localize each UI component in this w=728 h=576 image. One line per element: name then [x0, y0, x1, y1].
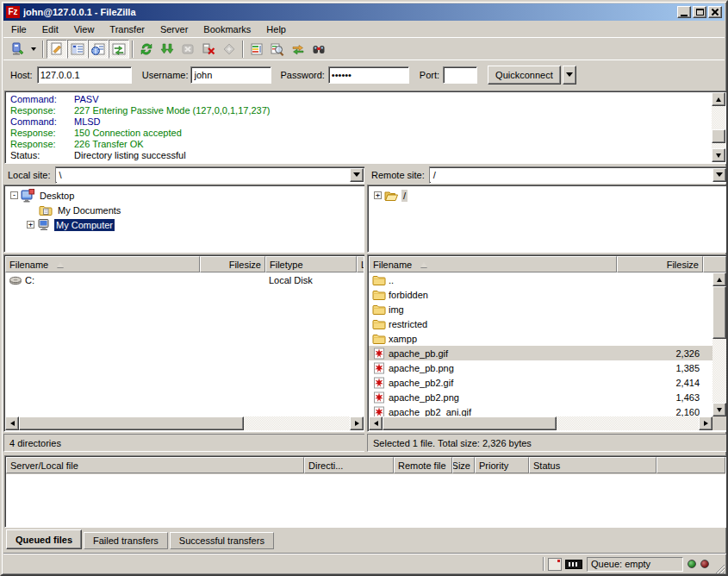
local-site-dropdown-button[interactable] [350, 168, 364, 182]
menu-bookmarks[interactable]: Bookmarks [196, 22, 258, 36]
file-row[interactable]: apache_pb.png1,385 [369, 360, 712, 375]
process-queue-button[interactable] [157, 40, 177, 59]
scroll-right-button[interactable] [350, 416, 364, 430]
local-tree-toggle-button[interactable] [67, 40, 88, 59]
tree-item[interactable]: -Desktop [5, 188, 364, 203]
host-input[interactable] [37, 66, 132, 84]
file-row[interactable]: apache_pb2_ani.gif2,160 [369, 404, 712, 416]
site-manager-dropdown-button[interactable] [28, 40, 40, 59]
log-scrollbar[interactable] [712, 92, 725, 162]
transfer-queue-toggle-button[interactable] [109, 40, 129, 59]
transfer-queue-body[interactable] [6, 474, 725, 526]
column-header-directi[interactable]: Directi... [304, 457, 394, 473]
scroll-left-button[interactable] [5, 416, 19, 430]
remote-list-hscrollbar[interactable] [369, 416, 712, 430]
column-header-filetype[interactable]: Filetype [265, 256, 357, 272]
collapse-icon[interactable]: - [10, 191, 18, 199]
column-header-serverlocalfile[interactable]: Server/Local file [6, 457, 304, 473]
scroll-down-button[interactable] [712, 148, 725, 162]
tree-item[interactable]: +My Computer [5, 217, 364, 232]
quickconnect-button[interactable]: Quickconnect [488, 66, 561, 85]
column-header-status[interactable]: Status [529, 457, 656, 473]
column-header-filename[interactable]: Filename [369, 256, 617, 272]
file-row[interactable]: apache_pb2.gif2,414 [369, 375, 712, 390]
file-row[interactable]: forbidden [369, 287, 712, 302]
menu-edit[interactable]: Edit [34, 22, 66, 36]
column-header-filename[interactable]: Filename [5, 256, 200, 272]
file-row[interactable]: apache_pb2.png1,463 [369, 390, 712, 404]
scrollbar-track[interactable] [712, 286, 726, 403]
column-header-size[interactable]: Size [452, 457, 475, 473]
data-type-indicator-icon[interactable] [548, 558, 562, 571]
tree-item[interactable]: +/ [369, 188, 726, 203]
expand-icon[interactable]: + [27, 221, 34, 229]
local-list-hscrollbar[interactable] [5, 416, 364, 430]
file-row[interactable]: apache_pb.gif2,326 [369, 346, 712, 360]
tree-item[interactable]: My Documents [5, 203, 364, 217]
tab-failed-transfers[interactable]: Failed transfers [84, 532, 168, 549]
scroll-down-button[interactable] [712, 403, 726, 416]
tab-queued-files[interactable]: Queued files [6, 529, 82, 549]
scrollbar-thumb[interactable] [19, 416, 244, 430]
scroll-up-button[interactable] [712, 272, 726, 286]
scrollbar-track[interactable] [712, 106, 725, 148]
menu-transfer[interactable]: Transfer [102, 22, 152, 36]
site-manager-button[interactable] [7, 40, 28, 59]
menu-help[interactable]: Help [258, 22, 294, 36]
column-header-filler [656, 457, 725, 473]
username-input[interactable] [190, 66, 271, 84]
column-header-priority[interactable]: Priority [475, 457, 529, 473]
file-cell: forbidden [369, 287, 617, 302]
disconnect-button[interactable] [198, 40, 219, 59]
file-row[interactable]: C:Local Disk [5, 272, 364, 287]
scrollbar-track[interactable] [19, 416, 350, 430]
menu-server[interactable]: Server [152, 22, 196, 36]
scrollbar-thumb[interactable] [712, 286, 726, 339]
scroll-up-button[interactable] [712, 92, 725, 106]
reconnect-button[interactable] [219, 40, 240, 59]
quickconnect-dropdown-button[interactable] [563, 66, 576, 85]
my-documents-icon [39, 204, 53, 216]
local-site-value: \ [56, 168, 349, 182]
cancel-button[interactable] [177, 40, 198, 59]
scrollbar-thumb[interactable] [712, 129, 725, 143]
file-row[interactable]: xampp [369, 331, 712, 346]
minimize-button[interactable] [677, 6, 691, 18]
column-header-label: Filesize [229, 260, 261, 270]
menu-view[interactable]: View [66, 22, 103, 36]
image-file-icon [372, 362, 386, 374]
scrollbar-thumb[interactable] [383, 416, 557, 430]
directory-comparison-button[interactable] [267, 40, 288, 59]
password-input[interactable] [328, 66, 409, 84]
scroll-right-button[interactable] [699, 416, 712, 430]
remote-list-vscrollbar[interactable] [712, 272, 726, 416]
scroll-left-button[interactable] [369, 416, 383, 430]
find-files-button[interactable] [308, 40, 329, 59]
file-row[interactable]: .. [369, 272, 712, 287]
remote-tree-toggle-button[interactable] [88, 40, 109, 59]
expand-icon[interactable]: + [374, 191, 382, 199]
column-header-filesize[interactable]: Filesize [200, 256, 265, 272]
speed-limit-indicator-icon[interactable] [565, 560, 582, 569]
synchronized-browsing-button[interactable] [288, 40, 308, 59]
column-header-label: Remote file [398, 460, 446, 471]
remote-site-combobox[interactable]: / [429, 166, 728, 184]
menu-file[interactable]: File [3, 22, 34, 36]
maximize-button[interactable] [693, 6, 706, 18]
file-row[interactable]: img [369, 302, 712, 316]
remote-site-dropdown-button[interactable] [712, 168, 726, 182]
filter-button[interactable] [246, 40, 267, 59]
column-header-l[interactable]: L [357, 256, 364, 272]
column-header-remotefile[interactable]: Remote file [394, 457, 452, 473]
file-row[interactable]: restricted [369, 316, 712, 331]
close-button[interactable] [708, 6, 722, 18]
message-log-toggle-button[interactable] [47, 40, 67, 59]
titlebar[interactable]: Fz john@127.0.0.1 - FileZilla [3, 3, 725, 21]
tab-successful-transfers[interactable]: Successful transfers [170, 532, 274, 549]
scrollbar-track[interactable] [383, 416, 699, 430]
port-input[interactable] [443, 66, 477, 84]
column-header-filesize[interactable]: Filesize [617, 256, 703, 272]
refresh-button[interactable] [136, 40, 157, 59]
local-site-combobox[interactable]: \ [55, 166, 365, 184]
resize-grip[interactable] [714, 563, 725, 574]
